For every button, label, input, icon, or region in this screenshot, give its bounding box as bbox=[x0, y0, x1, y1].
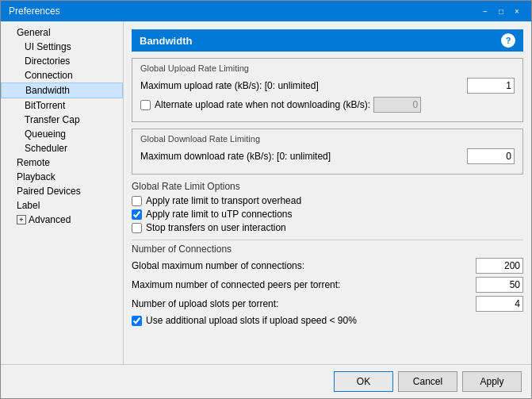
sidebar-label-directories: Directories bbox=[25, 56, 70, 67]
sidebar-item-general[interactable]: General bbox=[1, 25, 123, 40]
sidebar: General UI Settings Directories Connecti… bbox=[1, 21, 124, 364]
sidebar-label-connection: Connection bbox=[25, 70, 73, 81]
sidebar-item-scheduler[interactable]: Scheduler bbox=[1, 141, 123, 155]
sidebar-item-label[interactable]: Label bbox=[1, 198, 123, 213]
max-connections-label: Global maximum number of connections: bbox=[132, 260, 476, 271]
sidebar-item-ui-settings[interactable]: UI Settings bbox=[1, 40, 123, 54]
max-upload-input[interactable] bbox=[467, 78, 515, 94]
alt-upload-checkbox[interactable] bbox=[140, 100, 151, 110]
section-title: Bandwidth bbox=[140, 35, 192, 47]
rate-limit-title: Global Rate Limit Options bbox=[132, 181, 523, 192]
upload-group-title: Global Upload Rate Limiting bbox=[140, 63, 515, 73]
additional-slots-label: Use additional upload slots if upload sp… bbox=[146, 315, 357, 326]
max-upload-label: Maximum upload rate (kB/s): [0: unlimite… bbox=[140, 80, 467, 91]
help-button[interactable]: ? bbox=[501, 33, 515, 48]
upload-slots-row: Number of upload slots per torrent: bbox=[132, 296, 523, 312]
max-download-label: Maximum download rate (kB/s): [0: unlimi… bbox=[140, 151, 467, 162]
sidebar-item-playback[interactable]: Playback bbox=[1, 170, 123, 184]
rate-limit-options: Global Rate Limit Options Apply rate lim… bbox=[132, 181, 523, 233]
additional-slots-checkbox[interactable] bbox=[132, 316, 142, 326]
bottom-bar: OK Cancel Apply bbox=[1, 364, 531, 398]
additional-slots-row: Use additional upload slots if upload sp… bbox=[132, 315, 523, 326]
sidebar-label-queueing: Queueing bbox=[25, 129, 66, 140]
option2-row: Apply rate limit to uTP connections bbox=[132, 209, 523, 220]
section-header: Bandwidth ? bbox=[132, 29, 523, 52]
minimize-button[interactable]: − bbox=[479, 5, 492, 17]
sidebar-label-transfer-cap: Transfer Cap bbox=[25, 114, 80, 125]
expand-icon[interactable]: + bbox=[17, 215, 26, 224]
close-button[interactable]: × bbox=[511, 5, 523, 17]
option2-label: Apply rate limit to uTP connections bbox=[146, 209, 293, 220]
sidebar-item-advanced[interactable]: + Advanced bbox=[1, 213, 123, 227]
option3-label: Stop transfers on user interaction bbox=[146, 222, 286, 233]
window-title: Preferences bbox=[9, 6, 60, 17]
option3-row: Stop transfers on user interaction bbox=[132, 222, 523, 233]
sidebar-label-bandwidth: Bandwidth bbox=[25, 85, 70, 96]
max-upload-row: Maximum upload rate (kB/s): [0: unlimite… bbox=[140, 78, 515, 94]
sidebar-item-paired-devices[interactable]: Paired Devices bbox=[1, 184, 123, 198]
sidebar-item-connection[interactable]: Connection bbox=[1, 68, 123, 82]
download-group-title: Global Download Rate Limiting bbox=[140, 134, 515, 144]
sidebar-label-general: General bbox=[17, 27, 51, 38]
upload-slots-label: Number of upload slots per torrent: bbox=[132, 298, 476, 309]
sidebar-label-label: Label bbox=[17, 200, 40, 211]
title-bar-controls: − □ × bbox=[479, 5, 523, 17]
title-bar: Preferences − □ × bbox=[1, 1, 531, 21]
sidebar-item-bittorrent[interactable]: BitTorrent bbox=[1, 98, 123, 113]
upload-slots-input[interactable] bbox=[476, 296, 523, 312]
sidebar-item-queueing[interactable]: Queueing bbox=[1, 127, 123, 141]
sidebar-label-remote: Remote bbox=[17, 157, 50, 168]
option1-row: Apply rate limit to transport overhead bbox=[132, 195, 523, 206]
alt-upload-label: Alternate upload rate when not downloadi… bbox=[155, 99, 370, 110]
sidebar-label-paired-devices: Paired Devices bbox=[17, 186, 81, 197]
sidebar-item-directories[interactable]: Directories bbox=[1, 54, 123, 68]
max-download-row: Maximum download rate (kB/s): [0: unlimi… bbox=[140, 148, 515, 164]
download-group: Global Download Rate Limiting Maximum do… bbox=[132, 129, 523, 175]
sidebar-label-scheduler: Scheduler bbox=[25, 143, 67, 154]
sidebar-label-playback: Playback bbox=[17, 171, 55, 182]
preferences-window: Preferences − □ × General UI Settings Di… bbox=[0, 0, 532, 399]
option1-checkbox[interactable] bbox=[132, 196, 142, 206]
max-connections-row: Global maximum number of connections: bbox=[132, 258, 523, 274]
apply-button[interactable]: Apply bbox=[462, 371, 522, 392]
sidebar-label-bittorrent: BitTorrent bbox=[25, 100, 65, 111]
content-area: General UI Settings Directories Connecti… bbox=[1, 21, 531, 364]
maximize-button[interactable]: □ bbox=[495, 5, 507, 17]
divider bbox=[132, 240, 523, 240]
sidebar-label-ui-settings: UI Settings bbox=[25, 41, 71, 52]
connections-section: Number of Connections Global maximum num… bbox=[132, 244, 523, 326]
max-download-input[interactable] bbox=[467, 148, 515, 164]
sidebar-label-advanced: Advanced bbox=[29, 214, 71, 225]
option1-label: Apply rate limit to transport overhead bbox=[146, 195, 301, 206]
max-connections-input[interactable] bbox=[476, 258, 523, 274]
cancel-button[interactable]: Cancel bbox=[398, 371, 457, 392]
max-peers-label: Maximum number of connected peers per to… bbox=[132, 279, 476, 290]
main-panel: Bandwidth ? Global Upload Rate Limiting … bbox=[124, 21, 531, 364]
sidebar-item-bandwidth[interactable]: Bandwidth bbox=[1, 82, 123, 98]
connections-title: Number of Connections bbox=[132, 244, 523, 255]
sidebar-item-remote[interactable]: Remote bbox=[1, 155, 123, 170]
option2-checkbox[interactable] bbox=[132, 209, 142, 220]
ok-button[interactable]: OK bbox=[334, 371, 393, 392]
sidebar-item-transfer-cap[interactable]: Transfer Cap bbox=[1, 113, 123, 127]
alt-upload-input[interactable] bbox=[373, 97, 421, 113]
max-peers-row: Maximum number of connected peers per to… bbox=[132, 277, 523, 293]
upload-group: Global Upload Rate Limiting Maximum uplo… bbox=[132, 58, 523, 122]
alt-upload-row: Alternate upload rate when not downloadi… bbox=[140, 97, 515, 113]
max-peers-input[interactable] bbox=[476, 277, 523, 293]
option3-checkbox[interactable] bbox=[132, 223, 142, 233]
